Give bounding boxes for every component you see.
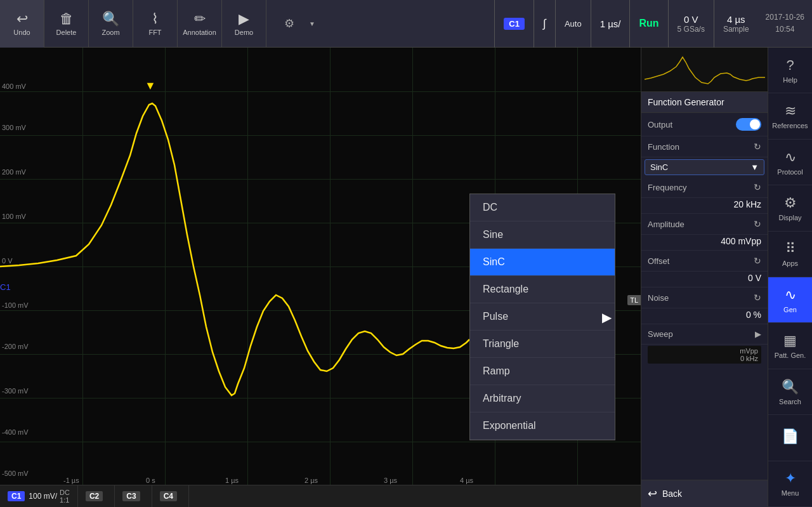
menu-icon: ✦	[785, 470, 796, 487]
patt-gen-icon: ▦	[783, 333, 797, 349]
sidebar-item-help[interactable]: ? Help	[768, 48, 813, 93]
references-icon: ≋	[785, 103, 796, 119]
fft-label: FFT	[148, 29, 161, 36]
frequency-row: Frequency ↻	[641, 177, 768, 198]
sidebar-item-label-references: References	[772, 122, 808, 129]
waveform-segment[interactable]: ∫	[534, 0, 555, 48]
time-label-1: 1 µs	[225, 477, 239, 484]
sidebar-item-patt-gen[interactable]: ▦ Patt. Gen.	[768, 323, 813, 369]
gear-icon: ⚙	[278, 17, 301, 30]
function-row: Function ↻	[641, 136, 768, 157]
run-state-segment[interactable]: Run	[629, 0, 667, 48]
sidebar-item-label-search: Search	[779, 398, 801, 405]
voltage-offset-segment[interactable]: 0 V 5 GSa/s	[668, 0, 714, 48]
sidebar-item-references[interactable]: ≋ References	[768, 93, 813, 139]
sidebar-item-label-protocol: Protocol	[777, 168, 802, 176]
chevron-down-icon[interactable]: ▼	[306, 20, 318, 27]
apps-icon: ⠿	[785, 240, 796, 257]
fft-icon: ⌇	[152, 11, 159, 27]
frequency-refresh-icon[interactable]: ↻	[754, 182, 761, 192]
annotation-label: Annotation	[183, 29, 216, 36]
status-bar-right: C1 ∫ Auto 1 µs/ Run 0 V 5 GSa/s 4 µs Sam…	[494, 0, 812, 48]
c1-value: 100 mV/	[29, 492, 57, 501]
voltage-offset: 0 V	[684, 14, 698, 25]
amplitude-label: Amplitude	[648, 220, 684, 229]
offset-row: Offset ↻	[641, 251, 768, 272]
trigger-mode: Auto	[565, 19, 582, 29]
sidebar-item-menu[interactable]: ✦ Menu	[768, 461, 813, 507]
dropdown-item-ramp[interactable]: Ramp	[470, 358, 615, 385]
channel-segment[interactable]: C1	[494, 0, 534, 48]
annotation-button[interactable]: ✏ Annotation	[178, 0, 222, 48]
function-select[interactable]: SinC ▼	[645, 159, 764, 175]
offset-refresh-icon[interactable]: ↻	[754, 256, 761, 266]
timebase-segment[interactable]: 1 µs/	[591, 0, 630, 48]
fg-panel: Function Generator Output Function ↻ Sin…	[641, 48, 768, 507]
output-toggle[interactable]	[736, 118, 761, 131]
toolbar: ↩ Undo 🗑 Delete 🔍 Zoom ⌇ FFT ✏ Annotatio…	[0, 0, 812, 48]
dropdown-item-sine[interactable]: Sine	[470, 221, 615, 249]
sidebar-item-gen[interactable]: ∿ Gen	[768, 277, 813, 323]
sweep-row[interactable]: Sweep ▶	[641, 324, 768, 345]
c4-badge: C4	[160, 491, 177, 501]
sidebar-item-label-gen: Gen	[783, 306, 797, 313]
function-refresh-icon[interactable]: ↻	[754, 142, 761, 152]
scope-area[interactable]: 400 mV 300 mV 200 mV 100 mV 0 V -100 mV …	[0, 48, 641, 507]
sidebar-item-search[interactable]: 🔍 Search	[768, 369, 813, 415]
chevron-down-icon: ▼	[750, 162, 759, 172]
function-label: Function	[648, 142, 679, 152]
zoom-button[interactable]: 🔍 Zoom	[89, 0, 133, 48]
undo-button[interactable]: ↩ Undo	[0, 0, 44, 48]
offset-label: Offset	[648, 256, 669, 266]
settings-gear-button[interactable]: ⚙	[273, 16, 306, 30]
ch3-status[interactable]: C3	[115, 485, 152, 508]
noise-label: Noise	[648, 293, 669, 303]
demo-icon: ▶	[239, 11, 249, 27]
dropdown-item-triangle[interactable]: Triangle	[470, 331, 615, 358]
sidebar-item-protocol[interactable]: ∿ Protocol	[768, 140, 813, 185]
channel-badge: C1	[504, 18, 525, 30]
sidebar-item-label-apps: Apps	[782, 260, 798, 267]
run-state: Run	[639, 18, 658, 29]
demo-button[interactable]: ▶ Demo	[222, 0, 266, 48]
channel-marker: C1	[0, 282, 11, 292]
search-icon: 🔍	[782, 379, 799, 395]
dropdown-item-arbitrary[interactable]: Arbitrary	[470, 385, 615, 412]
back-button[interactable]: ↩ Back	[641, 480, 768, 507]
dropdown-item-dc[interactable]: DC	[470, 194, 615, 221]
sidebar-item-file[interactable]: 📄	[768, 415, 813, 461]
fft-button[interactable]: ⌇ FFT	[133, 0, 178, 48]
c1-badge: C1	[8, 491, 25, 501]
ch2-status[interactable]: C2	[78, 485, 115, 508]
undo-icon: ↩	[16, 11, 28, 27]
sidebar-item-label-help: Help	[783, 76, 797, 84]
delete-button[interactable]: 🗑 Delete	[44, 0, 89, 48]
sweep-arrow-icon: ▶	[755, 329, 761, 339]
datetime-display: 2017-10-2610:54	[758, 11, 812, 36]
dropdown-item-rectangle[interactable]: Rectangle	[470, 276, 615, 303]
noise-refresh-icon[interactable]: ↻	[754, 293, 761, 303]
amplitude-row: Amplitude ↻	[641, 214, 768, 235]
trigger-mode-segment[interactable]: Auto	[555, 0, 591, 48]
function-dropdown-menu[interactable]: DC Sine SinC ▶ Rectangle Pulse Triangle …	[469, 194, 615, 440]
time-delay: 4 µs	[727, 14, 745, 25]
right-panel: Function Generator Output Function ↻ Sin…	[641, 48, 812, 507]
trigger-marker: ▼	[145, 79, 156, 93]
ch4-status[interactable]: C4	[152, 485, 189, 508]
delay-segment[interactable]: 4 µs Sample	[714, 0, 758, 48]
sidebar-item-display[interactable]: ⚙ Display	[768, 185, 813, 231]
output-label: Output	[648, 120, 672, 129]
mvpp-info: mVpp 0 kHz	[648, 346, 761, 364]
dropdown-item-exponential[interactable]: Exponential	[470, 412, 615, 440]
amplitude-refresh-icon[interactable]: ↻	[754, 219, 761, 229]
sidebar: ? Help ≋ References ∿ Protocol ⚙ Display…	[768, 48, 812, 507]
timebase-value: 1 µs/	[600, 18, 621, 29]
dropdown-item-sinc[interactable]: SinC ▶	[470, 249, 615, 276]
ch1-status[interactable]: C1 100 mV/ DC1:1	[0, 485, 78, 508]
sidebar-item-label-menu: Menu	[782, 489, 799, 497]
sample-rate: 5 GSa/s	[678, 25, 705, 34]
display-icon: ⚙	[784, 195, 797, 211]
sidebar-item-apps[interactable]: ⠿ Apps	[768, 232, 813, 277]
time-label-2: 2 µs	[304, 477, 318, 484]
dropdown-item-pulse[interactable]: Pulse	[470, 303, 615, 331]
